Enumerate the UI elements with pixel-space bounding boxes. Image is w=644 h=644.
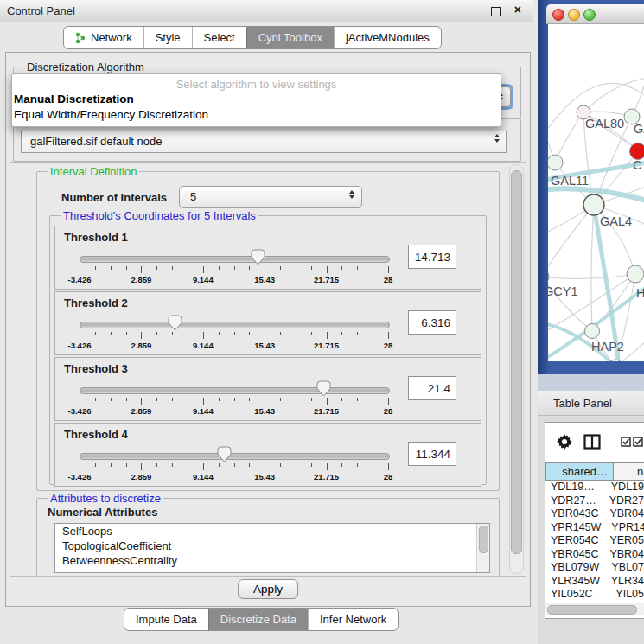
slider-tick	[141, 398, 142, 405]
slider-tick-label: -3.426	[68, 275, 92, 284]
slider-thumb[interactable]	[168, 315, 182, 331]
network-edge[interactable]	[632, 50, 644, 117]
tab-network[interactable]: Network	[64, 27, 143, 48]
slider-tick	[111, 463, 112, 467]
table-horizontal-scrollbar[interactable]	[545, 603, 644, 615]
cell-shared-name: YER054C	[545, 534, 599, 548]
slider-tick	[357, 332, 358, 335]
slider-tick-label: -3.426	[68, 341, 92, 350]
threshold-slider[interactable]: -3.4262.8599.14415.4321.71528	[55, 247, 401, 287]
slider-tick	[311, 332, 312, 335]
attributes-to-discretize-group: Attributes to discretize Numerical Attri…	[36, 498, 500, 577]
slider-thumb[interactable]	[316, 380, 331, 397]
number-of-intervals-combobox[interactable]: 5	[179, 186, 362, 208]
tab-cyni-toolbox[interactable]: Cyni Toolbox	[246, 27, 334, 48]
scrollbar-thumb[interactable]	[547, 605, 637, 615]
numerical-attributes-list[interactable]: SelfLoops TopologicalCoefficient Between…	[54, 523, 490, 573]
network-node[interactable]	[548, 155, 563, 170]
float-window-icon[interactable]	[491, 7, 501, 16]
slider-track[interactable]	[80, 256, 390, 263]
checkbox-checked-icon[interactable]	[633, 437, 643, 447]
list-item[interactable]: SelfLoops	[55, 524, 489, 539]
list-item[interactable]: BetweennessCentrality	[55, 553, 489, 568]
slider-tick	[95, 398, 96, 401]
checkbox-checked-icon[interactable]	[621, 437, 631, 447]
slider-tick	[311, 463, 312, 467]
apply-button[interactable]: Apply	[238, 579, 298, 599]
slider-tick-label: 15.43	[254, 406, 275, 416]
control-panel-titlebar: Control Panel ×	[0, 0, 533, 22]
tab-jactivemnodules[interactable]: jActiveMNodules	[334, 27, 441, 48]
table-row[interactable]: YBR045C YBR04	[545, 548, 644, 562]
table-row[interactable]: YBR043C YBR04	[545, 507, 644, 521]
column-header-shared-name[interactable]: shared…	[545, 462, 614, 481]
threshold-slider[interactable]: -3.4262.8599.14415.4321.71528	[55, 379, 401, 418]
column-layout-icon[interactable]	[583, 434, 601, 450]
table-row[interactable]: YLR345W YLR34	[545, 575, 644, 589]
threshold-value-field[interactable]: 14.713	[408, 245, 456, 269]
slider-tick	[80, 463, 80, 470]
slider-tick	[341, 332, 342, 335]
column-header-name[interactable]: na	[613, 462, 644, 481]
network-node[interactable]	[585, 324, 600, 339]
slider-tick	[95, 463, 96, 467]
network-canvas[interactable]: GAL80GALCGAL11GAL4GCY1HHAP2	[548, 24, 644, 361]
tab-infer-network[interactable]: Infer Network	[308, 609, 398, 630]
tab-style[interactable]: Style	[143, 27, 192, 48]
network-edge[interactable]	[555, 112, 583, 163]
slider-tick	[188, 398, 188, 401]
threshold-label: Threshold 1	[64, 231, 128, 244]
slider-tick	[141, 463, 142, 470]
slider-track[interactable]	[80, 453, 390, 460]
table-row[interactable]: YDL19… YDL19	[545, 481, 644, 494]
slider-tick	[341, 463, 342, 467]
table-row[interactable]: YBL079W YBL07	[545, 561, 644, 575]
scrollbar-thumb[interactable]	[511, 170, 522, 554]
slider-track[interactable]	[80, 387, 390, 394]
table-row[interactable]: YDR27… YDR27	[545, 494, 644, 508]
threshold-slider[interactable]: -3.4262.8599.14415.4321.71528	[55, 444, 401, 484]
network-edge[interactable]	[591, 205, 594, 331]
network-node[interactable]	[548, 269, 549, 284]
table-data-combobox[interactable]: galFiltered.sif default node	[21, 131, 507, 153]
network-edge-highlighted[interactable]	[594, 205, 619, 361]
table-row[interactable]: YER054C YER05	[545, 534, 644, 548]
number-of-intervals-label: Number of Intervals	[61, 191, 167, 204]
network-edge[interactable]	[548, 205, 594, 277]
tab-discretize-data-label: Discretize Data	[220, 609, 296, 630]
slider-track[interactable]	[80, 322, 390, 328]
slider-thumb[interactable]	[251, 249, 265, 265]
scrollbar-thumb[interactable]	[479, 526, 488, 553]
mac-minimize-icon[interactable]	[568, 9, 580, 21]
settings-scrollbar[interactable]	[509, 164, 524, 574]
threshold-slider[interactable]: -3.4262.8599.14415.4321.71528	[55, 313, 401, 353]
network-node[interactable]	[627, 265, 644, 283]
slider-tick	[203, 398, 204, 405]
slider-tick	[234, 332, 235, 335]
slider-thumb[interactable]	[217, 446, 232, 462]
option-manual-discretization[interactable]: Manual Discretization	[14, 92, 134, 105]
close-icon[interactable]: ×	[514, 3, 521, 16]
threshold-panel: Threshold 3 -3.4262.8599.14415.4321.7152…	[54, 357, 481, 421]
tab-discretize-data[interactable]: Discretize Data	[208, 609, 308, 630]
network-node[interactable]	[630, 143, 644, 160]
tab-style-label: Style	[156, 27, 181, 48]
network-node[interactable]	[583, 194, 604, 215]
threshold-value-field[interactable]: 21.4	[408, 376, 456, 400]
mac-close-icon[interactable]	[552, 9, 564, 21]
option-equal-width-frequency[interactable]: Equal Width/Frequency Discretization	[14, 108, 208, 121]
tab-jactivemnodules-label: jActiveMNodules	[346, 27, 430, 48]
threshold-value-field[interactable]: 6.316	[408, 310, 456, 335]
table-row[interactable]: YIL052C YIL05	[545, 588, 644, 602]
table-row[interactable]: YPR145W YPR14	[545, 521, 644, 535]
list-item[interactable]: TopologicalCoefficient	[55, 539, 489, 553]
list-scrollbar[interactable]	[476, 524, 489, 572]
tab-select[interactable]: Select	[192, 27, 246, 48]
slider-tick	[188, 463, 188, 467]
slider-tick	[388, 463, 389, 470]
slider-tick	[280, 463, 281, 467]
mac-zoom-icon[interactable]	[583, 9, 596, 21]
tab-impute-data[interactable]: Impute Data	[124, 609, 208, 630]
threshold-value-field[interactable]: 11.344	[408, 442, 456, 466]
gear-icon[interactable]	[557, 434, 572, 450]
